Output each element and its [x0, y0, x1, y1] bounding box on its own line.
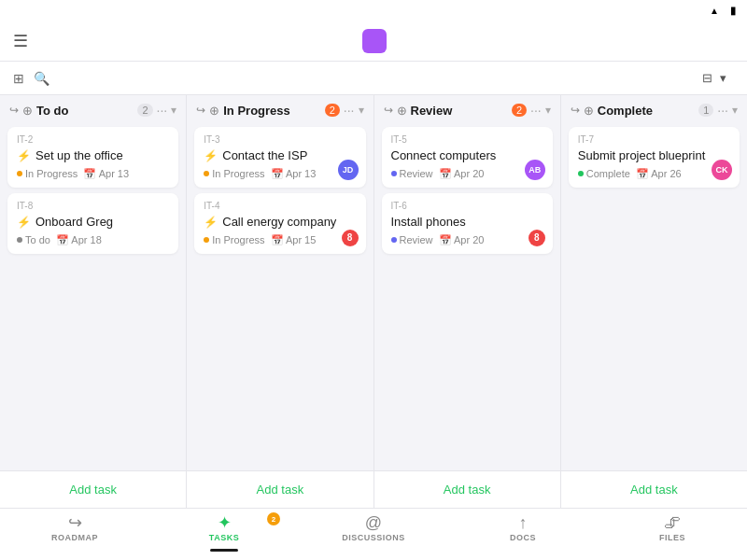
- status-dot: [204, 237, 209, 243]
- card-status: In Progress: [204, 234, 264, 245]
- card-id: IT-8: [17, 201, 169, 211]
- battery-icon: ▮: [730, 5, 736, 17]
- roadmap-icon: ↪: [68, 514, 82, 531]
- col-move-icon: ↪: [9, 104, 19, 117]
- column-col-todo: ↪ ⊕ To do 2 ··· ▾ IT-2 ⚡ Set up the offi…: [0, 95, 187, 470]
- col-count: 2: [137, 104, 152, 117]
- status-dot: [17, 171, 22, 176]
- col-chevron-icon[interactable]: ▾: [359, 104, 364, 117]
- priority-icon: ⚡: [204, 216, 218, 229]
- nav-item-roadmap[interactable]: ↪ ROADMAP: [0, 514, 149, 542]
- card-date: 📅 Apr 20: [439, 168, 485, 180]
- col-add-icon[interactable]: ⊕: [22, 104, 33, 118]
- status-bar: ▲ ▮: [0, 0, 747, 21]
- status-dot: [204, 171, 209, 176]
- card-status: Review: [391, 234, 433, 245]
- card-avatar: CK: [712, 160, 732, 180]
- task-card[interactable]: IT-3 ⚡ Contact the ISP In Progress 📅 Apr…: [194, 127, 365, 188]
- card-date: 📅 Apr 13: [271, 168, 317, 180]
- overdue-badge: 8: [342, 230, 359, 246]
- column-col-inprogress: ↪ ⊕ In Progress 2 ··· ▾ IT-3 ⚡ Contact t…: [187, 95, 374, 470]
- col-chevron-icon[interactable]: ▾: [732, 104, 738, 117]
- priority-icon: ⚡: [204, 149, 218, 162]
- card-status: In Progress: [17, 168, 78, 179]
- card-date: 📅 Apr 15: [271, 234, 317, 246]
- add-task-button[interactable]: Add task: [187, 471, 374, 508]
- card-avatar: AB: [525, 160, 545, 180]
- nav-item-docs[interactable]: ↑ DOCS: [448, 514, 598, 542]
- add-task-button[interactable]: Add task: [374, 471, 561, 508]
- card-title: Connect computers: [391, 148, 497, 164]
- col-menu-icon[interactable]: ···: [157, 103, 168, 118]
- column-header-col-complete: ↪ ⊕ Complete 1 ··· ▾: [561, 95, 747, 123]
- search-icon[interactable]: 🔍: [34, 71, 49, 86]
- column-header-col-inprogress: ↪ ⊕ In Progress 2 ··· ▾: [187, 95, 373, 123]
- nav-indicator: [210, 549, 238, 552]
- col-move-icon: ↪: [384, 104, 393, 117]
- bottom-nav: ↪ ROADMAP 2 ✦ TASKS @ DISCUSSIONS ↑ DOCS…: [0, 508, 747, 560]
- project-header[interactable]: [362, 29, 400, 53]
- col-title: To do: [36, 104, 134, 118]
- task-card[interactable]: IT-4 ⚡ Call energy company In Progress 📅…: [194, 193, 365, 254]
- nav-item-discussions[interactable]: @ DISCUSSIONS: [299, 514, 448, 542]
- col-title: In Progress: [223, 104, 320, 118]
- card-status: Complete: [578, 168, 630, 179]
- col-add-icon[interactable]: ⊕: [397, 104, 407, 118]
- card-id: IT-6: [391, 201, 543, 211]
- col-add-icon[interactable]: ⊕: [209, 104, 219, 118]
- col-chevron-icon[interactable]: ▾: [171, 104, 176, 117]
- card-status: Review: [391, 168, 433, 179]
- col-chevron-icon[interactable]: ▾: [545, 104, 551, 117]
- col-menu-icon[interactable]: ···: [344, 103, 355, 118]
- hamburger-icon[interactable]: ☰: [13, 31, 28, 51]
- overdue-badge: 8: [529, 230, 545, 246]
- add-task-row: Add taskAdd taskAdd taskAdd task: [0, 470, 747, 508]
- card-date: 📅 Apr 18: [56, 234, 102, 246]
- col-menu-icon[interactable]: ···: [530, 103, 542, 118]
- filter-icon[interactable]: ⊞: [13, 71, 24, 86]
- card-title: Contact the ISP: [222, 148, 307, 164]
- roadmap-label: ROADMAP: [51, 533, 98, 542]
- task-card[interactable]: IT-8 ⚡ Onboard Greg To do 📅 Apr 18: [7, 193, 178, 254]
- status-dot: [391, 237, 397, 243]
- card-id: IT-3: [204, 134, 356, 145]
- col-add-icon[interactable]: ⊕: [584, 104, 594, 118]
- wifi-icon: ▲: [710, 6, 719, 16]
- docs-icon: ↑: [519, 514, 528, 531]
- task-card[interactable]: IT-7 Submit project blueprint Complete 📅…: [569, 127, 740, 188]
- task-card[interactable]: IT-2 ⚡ Set up the office In Progress 📅 A…: [7, 127, 178, 188]
- card-title: Call energy company: [222, 215, 336, 231]
- discussions-icon: @: [365, 514, 382, 531]
- cards-area-col-complete: IT-7 Submit project blueprint Complete 📅…: [561, 123, 747, 470]
- task-card[interactable]: IT-6 Install phones Review 📅 Apr 20 8: [382, 193, 553, 254]
- status-dot: [578, 171, 584, 176]
- nav-item-files[interactable]: 🖇 FILES: [598, 514, 747, 542]
- col-count: 1: [698, 104, 713, 117]
- docs-label: DOCS: [510, 533, 536, 542]
- card-title: Submit project blueprint: [578, 148, 706, 164]
- nav-badge: 2: [267, 512, 280, 525]
- col-count: 2: [325, 104, 340, 117]
- col-menu-icon[interactable]: ···: [717, 103, 728, 118]
- cards-area-col-review: IT-5 Connect computers Review 📅 Apr 20 A…: [374, 123, 560, 470]
- discussions-label: DISCUSSIONS: [342, 533, 405, 542]
- card-date: 📅 Apr 26: [636, 168, 682, 180]
- card-date: 📅 Apr 13: [83, 168, 129, 180]
- col-move-icon: ↪: [196, 104, 205, 117]
- col-count: 2: [512, 104, 527, 117]
- kanban-icon: ⊟: [702, 71, 712, 85]
- tasks-label: TASKS: [209, 533, 239, 542]
- task-card[interactable]: IT-5 Connect computers Review 📅 Apr 20 A…: [382, 127, 553, 188]
- add-task-button[interactable]: Add task: [561, 471, 747, 508]
- nav-item-tasks[interactable]: 2 ✦ TASKS: [149, 514, 299, 542]
- cards-area-col-todo: IT-2 ⚡ Set up the office In Progress 📅 A…: [0, 123, 186, 470]
- kanban-view-button[interactable]: ⊟ ▾: [702, 71, 726, 85]
- add-task-button[interactable]: Add task: [0, 471, 187, 508]
- card-title: Onboard Greg: [35, 215, 113, 231]
- card-status: In Progress: [204, 168, 264, 179]
- cards-area-col-inprogress: IT-3 ⚡ Contact the ISP In Progress 📅 Apr…: [187, 123, 373, 470]
- card-date: 📅 Apr 20: [439, 234, 485, 246]
- col-title: Complete: [598, 104, 695, 118]
- card-id: IT-4: [204, 201, 356, 211]
- project-avatar: [362, 29, 387, 53]
